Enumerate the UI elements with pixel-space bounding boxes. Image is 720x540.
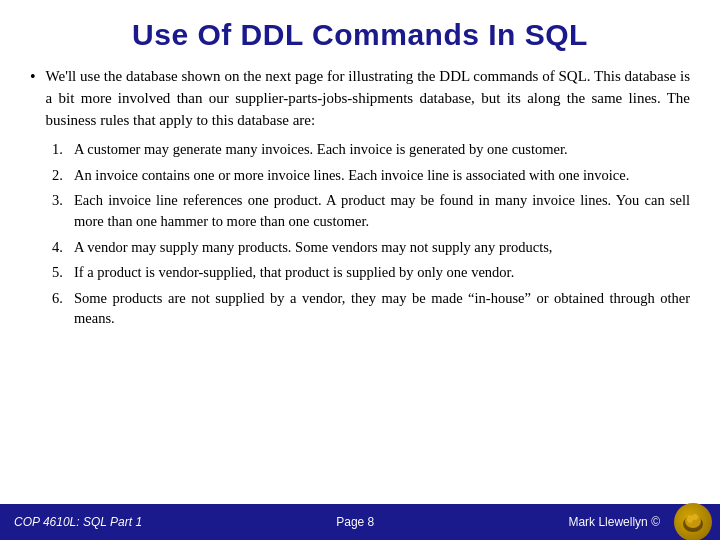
item-text-1: A customer may generate many invoices. E…	[74, 139, 690, 160]
footer-center: Page 8	[336, 515, 374, 529]
slide-title: Use Of DDL Commands In SQL	[30, 18, 690, 52]
list-item-1: 1. A customer may generate many invoices…	[52, 139, 690, 160]
svg-point-2	[687, 515, 693, 523]
item-text-4: A vendor may supply many products. Some …	[74, 237, 690, 258]
item-number-6: 6.	[52, 288, 74, 309]
item-number-5: 5.	[52, 262, 74, 283]
bullet-point: •	[30, 68, 36, 86]
slide: Use Of DDL Commands In SQL • We'll use t…	[0, 0, 720, 540]
logo-icon	[674, 503, 712, 540]
svg-point-3	[692, 514, 698, 520]
content-area: • We'll use the database shown on the ne…	[30, 66, 690, 540]
numbered-list: 1. A customer may generate many invoices…	[52, 139, 690, 329]
item-number-2: 2.	[52, 165, 74, 186]
footer: COP 4610L: SQL Part 1 Page 8 Mark Llewel…	[0, 504, 720, 540]
footer-logo	[674, 503, 712, 540]
item-text-6: Some products are not supplied by a vend…	[74, 288, 690, 329]
footer-right: Mark Llewellyn ©	[568, 515, 660, 529]
list-item-6: 6. Some products are not supplied by a v…	[52, 288, 690, 329]
item-text-5: If a product is vendor-supplied, that pr…	[74, 262, 690, 283]
footer-left: COP 4610L: SQL Part 1	[14, 515, 142, 529]
item-text-3: Each invoice line references one product…	[74, 190, 690, 231]
logo-svg	[679, 508, 707, 536]
list-item-4: 4. A vendor may supply many products. So…	[52, 237, 690, 258]
intro-row: • We'll use the database shown on the ne…	[30, 66, 690, 131]
item-text-2: An invoice contains one or more invoice …	[74, 165, 690, 186]
item-number-1: 1.	[52, 139, 74, 160]
list-item-5: 5. If a product is vendor-supplied, that…	[52, 262, 690, 283]
list-item-2: 2. An invoice contains one or more invoi…	[52, 165, 690, 186]
intro-text: We'll use the database shown on the next…	[46, 66, 690, 131]
list-item-3: 3. Each invoice line references one prod…	[52, 190, 690, 231]
item-number-4: 4.	[52, 237, 74, 258]
item-number-3: 3.	[52, 190, 74, 211]
